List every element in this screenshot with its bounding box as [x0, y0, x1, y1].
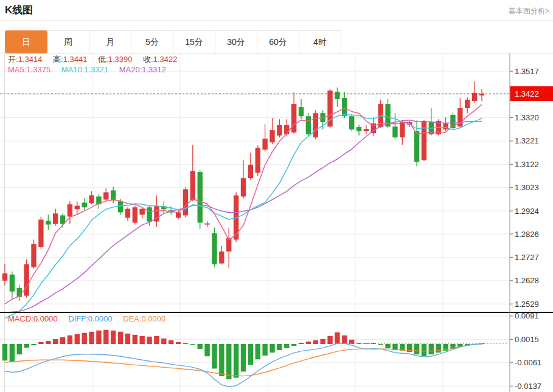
fundamental-analysis-link[interactable]: 基本面分析> — [509, 6, 549, 16]
open-value: 1.3414 — [18, 55, 43, 64]
macd-legend: MACD:0.0000 DIFF:0.0000 DEA:0.0000 — [8, 314, 165, 323]
chart-area: 1.35171.33201.32211.31221.30231.29241.28… — [0, 53, 553, 392]
dea-value: 0.0000 — [142, 314, 166, 323]
ma20-label: MA20: — [119, 65, 142, 74]
kline-widget: K线图 基本面分析> 日周月5分15分30分60分4时 1.35171.3320… — [0, 0, 553, 392]
ma10-line — [5, 115, 482, 318]
tab-period-1[interactable]: 周 — [47, 30, 89, 53]
tab-period-3[interactable]: 5分 — [131, 30, 173, 53]
diff-value: 0.0000 — [88, 314, 113, 323]
dea-label: DEA: — [123, 314, 141, 323]
ma10-value: 1.3321 — [84, 65, 108, 74]
svg-text:1.2924: 1.2924 — [515, 207, 539, 216]
svg-text:1.3023: 1.3023 — [515, 183, 539, 192]
tab-period-2[interactable]: 月 — [89, 30, 131, 53]
ma20-line — [5, 120, 482, 313]
svg-text:1.3320: 1.3320 — [515, 113, 539, 122]
high-value: 1.3441 — [63, 55, 88, 64]
ma-legend: MA5:1.3375 MA10:1.3321 MA20:1.3312 — [8, 65, 166, 74]
macd-label: MACD: — [8, 314, 33, 323]
svg-text:1.2727: 1.2727 — [515, 253, 539, 262]
page-title: K线图 — [5, 3, 33, 17]
svg-text:-0.0137: -0.0137 — [515, 382, 541, 391]
title-divider — [0, 20, 553, 21]
candles — [2, 81, 484, 301]
tab-period-6[interactable]: 60分 — [257, 30, 299, 53]
svg-text:1.2628: 1.2628 — [515, 276, 539, 285]
tab-period-5[interactable]: 30分 — [215, 30, 257, 53]
svg-text:1.3517: 1.3517 — [515, 67, 539, 76]
high-label: 高: — [53, 55, 63, 64]
macd-value: 0.0000 — [33, 314, 58, 323]
low-label: 低: — [98, 55, 108, 64]
kline-canvas[interactable]: 1.35171.33201.32211.31221.30231.29241.28… — [0, 53, 553, 392]
close-label: 收: — [143, 55, 153, 64]
tab-period-0[interactable]: 日 — [5, 30, 47, 53]
svg-text:1.2826: 1.2826 — [515, 230, 539, 239]
svg-text:0.0015: 0.0015 — [515, 335, 539, 344]
period-tabbar: 日周月5分15分30分60分4时 — [5, 30, 341, 53]
current-price-box-label: 1.3422 — [515, 89, 539, 98]
ma20-value: 1.3312 — [142, 65, 166, 74]
ma5-label: MA5: — [8, 65, 26, 74]
ma5-line — [5, 105, 482, 304]
close-value: 1.3422 — [153, 55, 178, 64]
svg-text:-0.0061: -0.0061 — [515, 358, 541, 367]
tab-period-4[interactable]: 15分 — [173, 30, 215, 53]
svg-text:1.3221: 1.3221 — [515, 136, 539, 145]
low-value: 1.3390 — [108, 55, 133, 64]
ma10-label: MA10: — [61, 65, 85, 74]
open-label: 开: — [8, 55, 18, 64]
diff-label: DIFF: — [68, 314, 88, 323]
svg-text:1.2529: 1.2529 — [515, 300, 539, 309]
tab-period-7[interactable]: 4时 — [299, 30, 341, 53]
svg-text:1.3122: 1.3122 — [515, 160, 539, 169]
ohlc-legend: 开:1.3414 高:1.3441 低:1.3390 收:1.3422 — [8, 54, 177, 65]
svg-text:0.0091: 0.0091 — [515, 311, 539, 320]
ma5-value: 1.3375 — [26, 65, 50, 74]
